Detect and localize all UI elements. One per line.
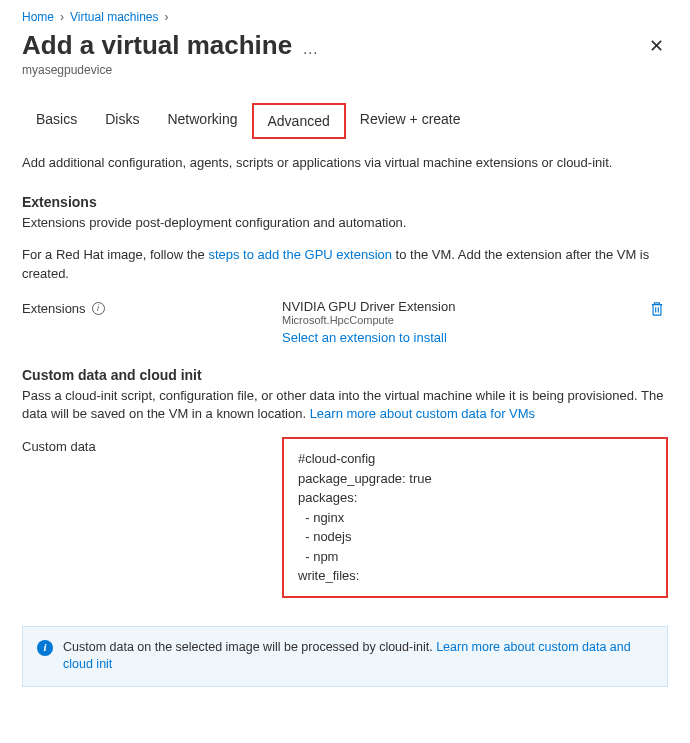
- custom-data-learn-link[interactable]: Learn more about custom data for VMs: [310, 406, 535, 421]
- code-line: package_upgrade: true: [298, 471, 432, 486]
- custom-data-input[interactable]: #cloud-config package_upgrade: true pack…: [282, 437, 668, 598]
- extension-name: NVIDIA GPU Driver Extension: [282, 299, 455, 314]
- close-button[interactable]: ✕: [645, 31, 668, 61]
- panel: Home › Virtual machines › Add a virtual …: [0, 0, 690, 743]
- code-line: - nginx: [298, 510, 344, 525]
- extensions-label: Extensions i: [22, 299, 282, 316]
- gpu-extension-steps-link[interactable]: steps to add the GPU extension: [208, 247, 392, 262]
- tab-basics[interactable]: Basics: [22, 103, 91, 139]
- breadcrumb-vms[interactable]: Virtual machines: [70, 10, 159, 24]
- code-line: #cloud-config: [298, 451, 375, 466]
- tabs: Basics Disks Networking Advanced Review …: [22, 103, 668, 140]
- code-line: write_files:: [298, 568, 359, 583]
- tab-networking[interactable]: Networking: [153, 103, 251, 139]
- code-line: - npm: [298, 549, 338, 564]
- info-icon: i: [37, 640, 53, 656]
- code-line: packages:: [298, 490, 357, 505]
- info-banner-text: Custom data on the selected image will b…: [63, 640, 436, 654]
- extension-publisher: Microsoft.HpcCompute: [282, 314, 455, 326]
- extensions-redhat-note: For a Red Hat image, follow the steps to…: [22, 246, 668, 282]
- breadcrumb: Home › Virtual machines ›: [22, 10, 668, 24]
- more-button[interactable]: …: [302, 40, 318, 58]
- code-line: - nodejs: [298, 529, 351, 544]
- page-title: Add a virtual machine: [22, 30, 292, 61]
- custom-data-description: Pass a cloud-init script, configuration …: [22, 387, 668, 423]
- tab-disks[interactable]: Disks: [91, 103, 153, 139]
- custom-data-row: Custom data #cloud-config package_upgrad…: [22, 437, 668, 598]
- trash-icon: [650, 301, 664, 317]
- delete-extension-button[interactable]: [646, 299, 668, 322]
- info-icon[interactable]: i: [92, 302, 105, 315]
- chevron-right-icon: ›: [60, 10, 64, 24]
- custom-data-label-text: Custom data: [22, 439, 96, 454]
- select-extension-link[interactable]: Select an extension to install: [282, 330, 668, 345]
- extensions-row: Extensions i NVIDIA GPU Driver Extension…: [22, 299, 668, 345]
- heading-row: Add a virtual machine … ✕: [22, 30, 668, 61]
- cloud-init-info-banner: i Custom data on the selected image will…: [22, 626, 668, 687]
- custom-data-label: Custom data: [22, 437, 282, 454]
- extensions-description: Extensions provide post-deployment confi…: [22, 214, 668, 232]
- breadcrumb-home[interactable]: Home: [22, 10, 54, 24]
- redhat-prefix: For a Red Hat image, follow the: [22, 247, 208, 262]
- tab-review-create[interactable]: Review + create: [346, 103, 475, 139]
- extension-item: NVIDIA GPU Driver Extension Microsoft.Hp…: [282, 299, 668, 326]
- chevron-right-icon: ›: [165, 10, 169, 24]
- device-name: myasegpudevice: [22, 63, 668, 77]
- extensions-label-text: Extensions: [22, 301, 86, 316]
- tab-advanced[interactable]: Advanced: [252, 103, 346, 139]
- custom-data-heading: Custom data and cloud init: [22, 367, 668, 383]
- extensions-heading: Extensions: [22, 194, 668, 210]
- tab-content: Add additional configuration, agents, sc…: [22, 140, 668, 743]
- advanced-intro: Add additional configuration, agents, sc…: [22, 154, 668, 172]
